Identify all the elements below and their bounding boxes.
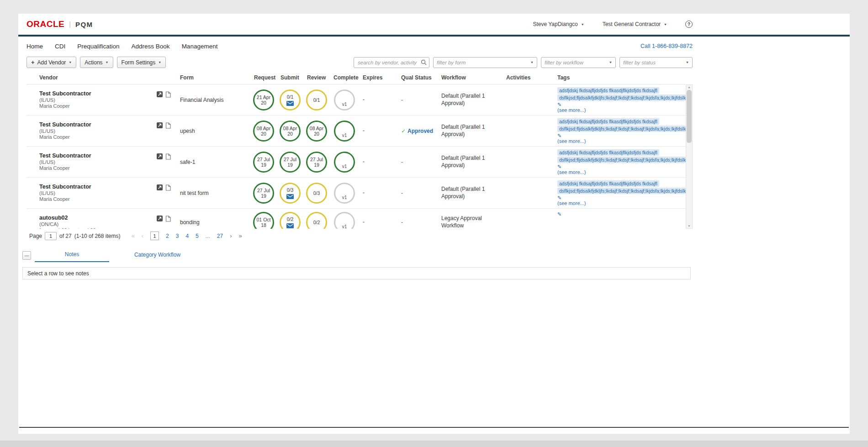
actions-button[interactable]: Actions ▼ <box>80 57 113 68</box>
nav-item-management[interactable]: Management <box>182 43 218 50</box>
status-circle[interactable]: 0/3 <box>306 183 327 204</box>
vendor-name[interactable]: Test Subcontractor <box>39 121 91 128</box>
tag-chip[interactable]: adsfjdskj fkdsajfljdsfjds flkasdjflkjdsf… <box>557 87 659 94</box>
edit-tags-icon[interactable]: ✎ <box>557 164 686 169</box>
page-link-4[interactable]: 4 <box>185 233 189 239</box>
filter-by-form-select[interactable]: filter by form ▼ <box>433 57 537 68</box>
tag-chip[interactable]: adsfjdskj fkdsajfljdsfjds flkasdjflkjdsf… <box>557 118 659 125</box>
page-link-3[interactable]: 3 <box>176 233 179 239</box>
status-circle[interactable]: 0/2 <box>280 212 301 229</box>
page-link-2[interactable]: 2 <box>166 233 169 239</box>
see-more-link[interactable]: (see more...) <box>557 107 686 113</box>
form-name[interactable]: nit test form <box>176 190 250 196</box>
status-circle[interactable]: 08 Apr20 <box>280 121 301 142</box>
column-header-tags[interactable]: Tags <box>554 74 686 81</box>
status-circle[interactable]: 0/3 <box>280 183 301 204</box>
next-page-button[interactable]: › <box>230 232 232 239</box>
status-circle[interactable]: 27 Jul19 <box>253 152 274 173</box>
tag-chip[interactable]: adsfjdskj fkdsajfljdsfjds flkasdjflkjdsf… <box>557 149 659 156</box>
status-circle[interactable]: 27 Jul19 <box>253 183 274 204</box>
status-circle[interactable]: v1 <box>334 212 355 229</box>
collapse-panel-button[interactable]: — <box>22 251 31 260</box>
table-row[interactable]: Test Subcontractor (IL/US) Maria Cooper <box>26 84 686 116</box>
column-header-activities[interactable]: Activities <box>503 74 554 81</box>
see-more-link[interactable]: (see more...) <box>557 138 686 144</box>
column-header-form[interactable]: Form <box>176 74 250 81</box>
last-page-button[interactable]: » <box>239 232 242 239</box>
page-link-5[interactable]: 5 <box>196 233 199 239</box>
first-page-button[interactable]: « <box>131 232 134 239</box>
form-name[interactable]: bonding <box>176 219 250 226</box>
tab-notes[interactable]: Notes <box>35 248 109 262</box>
tag-chip[interactable]: dsflkjsd;fljdsalkfjdkljfs;lkdajf;lkdsjf;… <box>557 95 686 101</box>
current-page-indicator[interactable]: 1 <box>150 231 159 240</box>
filter-by-status-select[interactable]: filter by status ▼ <box>619 57 693 68</box>
search-input[interactable] <box>354 57 429 68</box>
status-circle[interactable]: v1 <box>334 89 355 110</box>
edit-tags-icon[interactable]: ✎ <box>557 102 686 107</box>
tab-category-workflow[interactable]: Category Workflow <box>120 249 195 262</box>
vendor-document-icon[interactable] <box>165 216 171 229</box>
form-name[interactable]: Financial Analysis <box>176 97 250 103</box>
status-circle[interactable]: 0/1 <box>306 89 327 110</box>
prev-page-button[interactable]: ‹ <box>142 232 143 239</box>
qual-approved-link[interactable]: Approved <box>408 128 433 134</box>
vendor-name[interactable]: autosub02 <box>39 215 96 221</box>
table-row[interactable]: Test Subcontractor (IL/US) Maria Cooper <box>26 178 686 209</box>
status-circle[interactable]: 27 Jul19 <box>280 152 301 173</box>
vendor-document-icon[interactable] <box>165 122 171 140</box>
status-circle[interactable]: 08 Apr20 <box>253 121 274 142</box>
scroll-up-icon[interactable]: ▲ <box>688 85 691 89</box>
edit-tags-icon[interactable]: ✎ <box>557 133 686 138</box>
vendor-export-icon[interactable] <box>157 153 163 171</box>
status-circle[interactable]: 0/1 <box>280 89 301 110</box>
see-more-link[interactable]: (see more...) <box>557 200 686 206</box>
status-circle[interactable]: v1 <box>334 183 355 204</box>
scrollbar-thumb[interactable] <box>687 90 692 143</box>
vendor-name[interactable]: Test Subcontractor <box>39 90 91 97</box>
status-circle[interactable]: 0/2 <box>306 212 327 229</box>
nav-item-home[interactable]: Home <box>26 43 43 50</box>
call-phone-link[interactable]: Call 1-866-839-8872 <box>640 43 693 49</box>
page-link-last[interactable]: 27 <box>217 233 223 239</box>
search-icon[interactable] <box>421 59 427 65</box>
vendor-export-icon[interactable] <box>157 91 163 109</box>
tag-chip[interactable]: dsflkjsd;fljdsalkfjdkljfs;lkdajf;lkdsjf;… <box>557 126 686 132</box>
vendor-document-icon[interactable] <box>165 184 171 202</box>
edit-tags-icon[interactable]: ✎ <box>557 211 686 217</box>
column-header-workflow[interactable]: Workflow <box>438 74 503 81</box>
nav-item-address-book[interactable]: Address Book <box>132 43 170 50</box>
filter-by-workflow-select[interactable]: filter by workflow ▼ <box>541 57 616 68</box>
table-row[interactable]: Test Subcontractor (IL/US) Maria Cooper <box>26 147 686 178</box>
status-circle[interactable]: v1 <box>334 152 355 173</box>
vendor-export-icon[interactable] <box>157 122 163 140</box>
status-circle[interactable]: 01 Oct18 <box>253 212 274 229</box>
tag-chip[interactable]: dsflkjsd;fljdsalkfjdkljfs;lkdajf;lkdsjf;… <box>557 188 686 194</box>
status-circle[interactable]: 27 Jul19 <box>306 152 327 173</box>
column-header-expires[interactable]: Expires <box>359 74 397 81</box>
vendor-document-icon[interactable] <box>165 153 171 171</box>
edit-tags-icon[interactable]: ✎ <box>557 195 686 200</box>
column-header-complete[interactable]: Complete <box>330 74 359 81</box>
form-name[interactable]: upesh <box>176 128 250 134</box>
table-row[interactable]: Test Subcontractor (IL/US) Maria Cooper <box>26 116 686 147</box>
status-circle[interactable]: 08 Apr20 <box>306 121 327 142</box>
form-settings-button[interactable]: Form Settings ▼ <box>117 57 166 68</box>
vendor-export-icon[interactable] <box>157 184 163 202</box>
vendor-document-icon[interactable] <box>165 91 171 109</box>
help-icon[interactable]: ? <box>685 21 693 28</box>
column-header-vendor[interactable]: Vendor <box>39 74 176 81</box>
column-header-qual-status[interactable]: Qual Status <box>397 74 438 81</box>
nav-item-prequalification[interactable]: Prequalification <box>77 43 119 50</box>
scroll-down-icon[interactable]: ▼ <box>688 224 691 228</box>
add-vendor-button[interactable]: + Add Vendor ▼ <box>26 57 76 68</box>
page-number-input[interactable] <box>45 232 57 240</box>
vendor-name[interactable]: Test Subcontractor <box>39 153 91 159</box>
nav-item-cdi[interactable]: CDI <box>55 43 65 50</box>
column-header-submit[interactable]: Submit <box>277 74 303 81</box>
table-row[interactable]: autosub02 (ON/CA) f_autosub02 l_autosub0… <box>26 209 686 229</box>
status-circle[interactable]: 21 Apr20 <box>253 89 274 110</box>
vendor-export-icon[interactable] <box>157 216 163 229</box>
tag-chip[interactable]: adsfjdskj fkdsajfljdsfjds flkasdjflkjdsf… <box>557 180 659 187</box>
vendor-name[interactable]: Test Subcontractor <box>39 184 91 190</box>
